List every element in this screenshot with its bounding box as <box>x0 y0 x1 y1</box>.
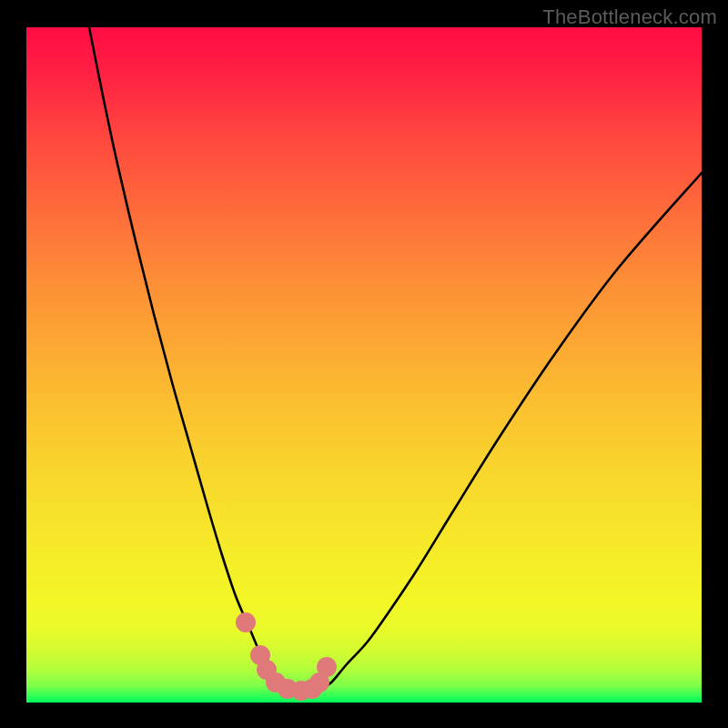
watermark-text: TheBottleneck.com <box>542 5 717 29</box>
plot-area <box>26 27 702 703</box>
heatmap-gradient <box>26 27 702 703</box>
